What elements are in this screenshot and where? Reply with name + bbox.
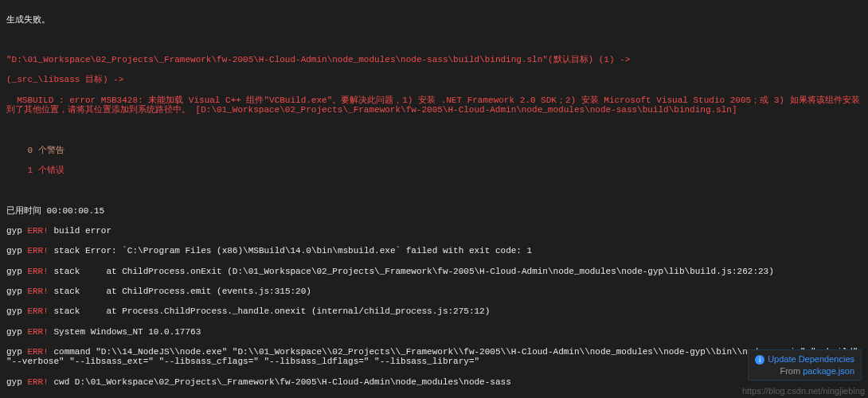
update-deps-notification[interactable]: iUpdate Dependencies From package.json bbox=[748, 349, 862, 380]
info-icon: i bbox=[755, 355, 764, 365]
notif-pkg-link[interactable]: package.json bbox=[803, 366, 854, 376]
gyp-line: gyp ERR! stack at ChildProcess.emit (eve… bbox=[6, 287, 862, 297]
build-fail-header: 生成失败。 bbox=[6, 15, 862, 25]
gyp-line: gyp ERR! build error bbox=[6, 226, 862, 236]
msbuild-target: (_src_\libsass 目标) -> bbox=[6, 75, 862, 85]
notif-title[interactable]: Update Dependencies bbox=[768, 354, 854, 364]
terminal-output[interactable]: 生成失败。 "D:\01_Workspace\02_Projects\_Fram… bbox=[0, 0, 868, 398]
elapsed-time: 已用时间 00:00:00.15 bbox=[6, 206, 862, 217]
gyp-line: gyp ERR! System Windows_NT 10.0.17763 bbox=[6, 327, 862, 338]
watermark: https://blog.csdn.net/ningjiebing bbox=[742, 386, 865, 396]
gyp-line: gyp ERR! stack at Process.ChildProcess._… bbox=[6, 306, 862, 317]
msbuild-path: "D:\01_Workspace\02_Projects\_Framework\… bbox=[6, 55, 862, 65]
gyp-line: gyp ERR! cwd D:\01_Workspace\02_Projects… bbox=[6, 377, 862, 388]
notif-from: From bbox=[780, 366, 803, 376]
msbuild-warn-count: 0 个警告 bbox=[6, 146, 862, 156]
gyp-line: gyp ERR! command "D:\\14_NodeJS\\node.ex… bbox=[6, 347, 862, 367]
gyp-line: gyp ERR! stack Error: `C:\Program Files … bbox=[6, 246, 862, 256]
msbuild-err-count: 1 个错误 bbox=[6, 166, 862, 176]
msbuild-error: MSBUILD : error MSB3428: 未能加载 Visual C++… bbox=[6, 96, 862, 115]
gyp-line: gyp ERR! stack at ChildProcess.onExit (D… bbox=[6, 267, 862, 277]
